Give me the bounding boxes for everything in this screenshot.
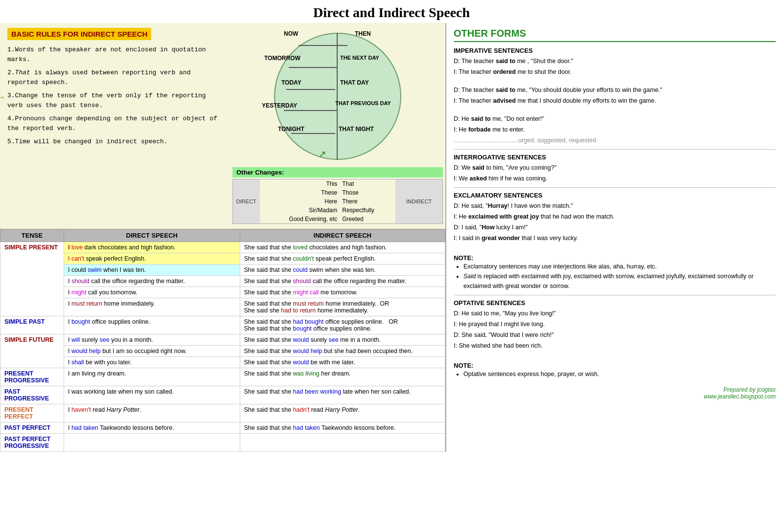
rule-1: 1.Words of the speaker are not enclosed …: [7, 45, 223, 64]
that-prev-label: THAT PREVIOUS DAY: [335, 100, 391, 106]
page-title: Direct and Indirect Speech: [0, 0, 783, 23]
indirect-cell: She said that she couldn't speak perfect…: [240, 253, 445, 265]
top-left: BASIC RULES FOR INDIRECT SPEECH 1.Words …: [0, 23, 445, 229]
change-left-2: These: [260, 188, 340, 197]
imperative-i3: I: He forbade me to enter.: [454, 125, 776, 134]
optative-i1: I: He prayed that I might live long.: [454, 319, 776, 329]
rule-2: 2.That is always used between reporting …: [7, 68, 223, 87]
indirect-cell: She said that she had been working late …: [240, 386, 445, 404]
next-day-label: THE NEXT DAY: [340, 55, 379, 61]
direct-cell: I might call you tomorrow.: [64, 287, 240, 298]
table-row: I shall be with you later. She said that…: [0, 357, 445, 368]
circle-background: [274, 33, 401, 160]
change-right-1: That: [340, 179, 395, 189]
left-section: BASIC RULES FOR INDIRECT SPEECH 1.Words …: [0, 23, 445, 452]
change-right-2: Those: [340, 188, 395, 197]
exclamatory-subtitle: EXCLAMATORY SENTENCES: [454, 192, 776, 199]
direct-cell: I could swim when I was ten.: [64, 265, 240, 276]
interrogative-d1: D: We said to him, "Are you coming?": [454, 163, 776, 173]
indirect-cell: She said that she was living her dream.: [240, 368, 445, 386]
table-row: I could swim when I was ten. She said th…: [0, 265, 445, 276]
exclamatory-d2: D: I said, "How lucky I am!": [454, 222, 776, 232]
note-item-1: Exclamatory sentences may use interjecti…: [463, 262, 776, 271]
change-left-3: Here: [260, 197, 340, 206]
right-panel: OTHER FORMS IMPERATIVE SENTENCES D: The …: [445, 23, 783, 452]
interrogative-i1: I: We asked him if he was coming.: [454, 174, 776, 183]
that-day-label: THAT DAY: [340, 79, 369, 86]
tense-simple-present: SIMPLE PRESENT: [0, 242, 64, 316]
circle-diagram-section: NOW THEN TOMORROW THE NEXT DAY TODAY THA…: [230, 23, 445, 229]
tense-present-progressive: PRESENT PROGRESSIVE: [0, 368, 64, 386]
imperative-i2: I: The teacher advised me that I should …: [454, 96, 776, 106]
rule-4: 4.Pronouns change depending on the subje…: [7, 114, 223, 133]
other-changes-title: Other Changes:: [232, 167, 443, 177]
exclamatory-d1: D: He said, "Hurray! I have won the matc…: [454, 201, 776, 211]
col-direct: DIRECT SPEECH: [64, 229, 240, 242]
direct-cell: I shall be with you later.: [64, 357, 240, 368]
direct-cell: I would help but I am so occupied right …: [64, 346, 240, 357]
table-row: I should call the office regarding the m…: [0, 276, 445, 287]
separator-1: [454, 149, 776, 150]
optative-i2: I: She wished she had been rich.: [454, 341, 776, 351]
separator-2: [454, 187, 776, 188]
exclamatory-note: NOTE: Exclamatory sentences may use inte…: [454, 254, 776, 291]
col-tense: TENSE: [0, 229, 64, 242]
direct-cell: I love dark chocolates and high fashion.: [64, 242, 240, 253]
direct-cell: I am living my dream.: [64, 368, 240, 386]
dotted-line: ......................................ur…: [454, 135, 776, 145]
imperative-d1: D: The teacher said to me , "Shut the do…: [454, 56, 776, 66]
col-indirect: INDIRECT SPEECH: [240, 229, 445, 242]
exclamatory-i1: I: He exclaimed with great joy that he h…: [454, 212, 776, 222]
now-label: NOW: [284, 30, 298, 37]
tense-simple-future: SIMPLE FUTURE: [0, 334, 64, 368]
table-row: I would help but I am so occupied right …: [0, 346, 445, 357]
indirect-cell: She said that she loved chocolates and h…: [240, 242, 445, 253]
indirect-cell: She said that she had bought office supp…: [240, 316, 445, 334]
tense-table: TENSE DIRECT SPEECH INDIRECT SPEECH SIMP…: [0, 229, 445, 452]
note-item-2: Said is replaced with exclaimed with joy…: [463, 271, 776, 291]
indirect-cell: She said that she must return home immed…: [240, 298, 445, 316]
table-row: SIMPLE PRESENT I love dark chocolates an…: [0, 242, 445, 253]
circle-container: NOW THEN TOMORROW THE NEXT DAY TODAY THA…: [259, 28, 416, 165]
direct-cell: [64, 434, 240, 452]
direct-cell: I haven't read Harry Potter.: [64, 404, 240, 422]
indirect-cell: [240, 434, 445, 452]
table-row: I might call you tomorrow. She said that…: [0, 287, 445, 298]
optative-d1: D: He said to me, "May you live long!": [454, 309, 776, 318]
imperative-d3: D: He said to me, "Do not enter!": [454, 114, 776, 124]
other-changes-panel: Other Changes: DIRECT This That INDIRECT…: [232, 167, 443, 224]
tense-past-perfect-progressive: PAST PERFECT PROGRESSIVE: [0, 434, 64, 452]
imperative-subtitle: IMPERATIVE SENTENCES: [454, 47, 776, 54]
other-forms-title: OTHER FORMS: [454, 28, 776, 42]
indirect-cell: She said that she had taken Taekwondo le…: [240, 422, 445, 434]
indirect-cell: She said that she could swim when she wa…: [240, 265, 445, 276]
table-row: PRESENT PERFECT I haven't read Harry Pot…: [0, 404, 445, 422]
direct-cell: I must return home immediately.: [64, 298, 240, 316]
tense-present-perfect: PRESENT PERFECT: [0, 404, 64, 422]
direct-cell: I bought office supplies online.: [64, 316, 240, 334]
indirect-cell: She said that she would be with me later…: [240, 357, 445, 368]
table-row: SIMPLE FUTURE I will surely see you in a…: [0, 334, 445, 346]
rule-5: 5.Time will be changed in indirect speec…: [7, 137, 223, 147]
indirect-cell: She said that she would help but she had…: [240, 346, 445, 357]
main-layout: BASIC RULES FOR INDIRECT SPEECH 1.Words …: [0, 23, 783, 452]
yesterday-label: YESTERDAY: [262, 102, 297, 109]
indirect-label: INDIRECT: [395, 179, 442, 224]
prepared-by: Prepared by jcogtas www.jeanillec.blogsp…: [454, 386, 776, 400]
direct-cell: I should call the office regarding the m…: [64, 276, 240, 287]
indirect-cell: She said that she hadn't read Harry Pott…: [240, 404, 445, 422]
direct-cell: I will surely see you in a month.: [64, 334, 240, 346]
that-night-label: THAT NIGHT: [339, 126, 374, 133]
direct-label: DIRECT: [233, 179, 260, 224]
exclamatory-i2: I: I said in great wonder that I was ver…: [454, 233, 776, 243]
indirect-cell: She said that she should call the office…: [240, 276, 445, 287]
tense-past-perfect: PAST PERFECT: [0, 422, 64, 434]
rules-list: 1.Words of the speaker are not enclosed …: [7, 45, 223, 147]
h-line-2: [289, 67, 338, 68]
indirect-cell: She said that she might call me tomorrow…: [240, 287, 445, 298]
rule-3: → 3.Change the tense of the verb only if…: [7, 91, 223, 110]
basic-rules-panel: BASIC RULES FOR INDIRECT SPEECH 1.Words …: [0, 23, 230, 229]
table-row: PAST PERFECT PROGRESSIVE: [0, 434, 445, 452]
tense-simple-past: SIMPLE PAST: [0, 316, 64, 334]
h-line-1: [299, 45, 347, 46]
